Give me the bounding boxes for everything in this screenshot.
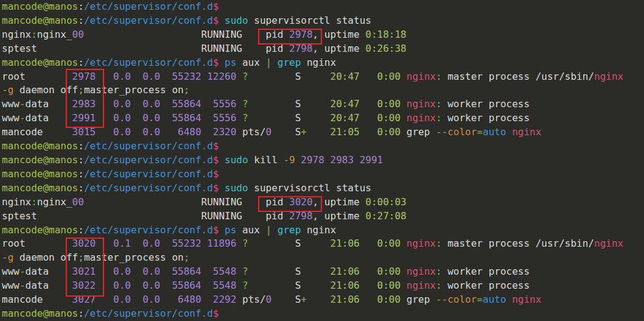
terminal-token: ? [242,280,248,291]
terminal-line: mancode 3027 0.0 0.0 6480 2292 pts/0 S+ … [0,293,644,307]
terminal-token: 2978 2983 2991 [301,154,383,166]
terminal-token: worker process [442,98,530,110]
terminal-token [131,126,142,138]
terminal-token: nginx_ [37,29,72,40]
terminal-token: mancode@manos [2,1,78,12]
terminal-token: 0.0 [113,126,131,138]
terminal-token [160,294,178,305]
terminal-token [236,71,242,82]
terminal-token: 21:06 [331,238,360,249]
terminal-token [131,71,142,82]
terminal-token [131,294,142,305]
terminal-token [201,294,213,305]
terminal-token: 21:05 [331,126,360,138]
terminal-token [43,294,72,305]
terminal-token: = [477,294,483,305]
terminal-token: nginx [301,224,336,236]
terminal-token [360,266,377,277]
terminal-token: , uptime [313,196,366,208]
terminal-token [401,238,407,249]
terminal-token: nginx [407,98,436,110]
terminal-token: grep [278,57,301,68]
terminal-line: mancode@manos:/etc/supervisor/conf.d$ ps… [0,224,644,238]
terminal-token: 0.0 [113,71,131,82]
terminal-token: g [8,252,14,263]
terminal-token: 0:00 [377,294,401,305]
terminal-token: 20:47 [331,71,360,82]
terminal-token: 0:00 [377,126,401,138]
terminal-token [131,98,142,110]
terminal-token [96,294,113,305]
terminal-token [96,112,113,124]
terminal-token: sudo [225,182,248,194]
terminal-token: - [19,112,26,124]
terminal-token: www [2,266,19,277]
terminal-token: mancode@manos [2,57,78,68]
terminal-token: 3022 [72,280,96,291]
terminal-token [307,294,331,305]
terminal-line: mancode@manos:/etc/supervisor/conf.d$ [0,0,644,14]
terminal-line: mancode 3015 0.0 0.0 6480 2320 pts/0 S+ … [0,125,644,139]
terminal-token: RUNNING [37,210,242,222]
terminal-token: ps [225,57,236,68]
terminal-token: 0:18:18 [365,29,406,40]
terminal-token [219,224,225,236]
terminal-line: mancode@manos:/etc/supervisor/conf.d$ [0,139,644,153]
terminal-token: $ [213,308,219,319]
terminal-token [307,126,331,138]
terminal-token: 5548 [213,266,237,277]
terminal-token [219,57,225,68]
terminal-token: : [436,280,442,291]
terminal-token: = [477,126,483,138]
terminal-token: S [248,238,331,249]
terminal-token: /etc/supervisor/conf.d [84,15,213,26]
terminal-token: : [78,168,84,180]
terminal-token: www [2,98,19,110]
terminal-token: 2320 [213,126,237,138]
terminal-token: sudo [225,15,248,26]
terminal-token: : [78,154,84,166]
terminal-token [49,280,72,291]
terminal-token: 0.0 [113,294,131,305]
terminal-token: - [2,84,8,96]
terminal-line: nginx:nginx_00 RUNNING pid 2978, uptime … [0,28,644,42]
terminal-token: ? [242,266,248,277]
terminal-token: mancode@manos [2,140,78,152]
terminal-token: 5556 [213,98,237,110]
terminal-line: www-data 3021 0.0 0.0 55864 5548 ? S 21:… [0,265,644,279]
terminal-token: grep [401,294,436,305]
terminal-token: 00 [72,196,84,208]
terminal-token [219,15,225,26]
terminal-token: sptest [2,210,37,222]
terminal-token: $ [213,15,219,26]
terminal-token: www [2,112,19,124]
terminal-token: 0:00 [377,266,401,277]
terminal-token: 55864 [172,112,201,124]
terminal-token: : [78,224,84,236]
terminal-token [131,266,142,277]
terminal-token: 2983 [72,98,96,110]
terminal-token: 2798 [289,43,313,54]
terminal-token [360,126,377,138]
terminal-line: mancode@manos:/etc/supervisor/conf.d$ su… [0,182,644,196]
terminal-token: : [436,98,442,110]
terminal-token: RUNNING [84,29,242,40]
terminal-line: root 2978 0.0 0.0 55232 12260 ? S 20:47 … [0,70,644,84]
terminal-token [160,238,172,249]
terminal-token [360,238,377,249]
terminal-token: 21:06 [331,266,360,277]
terminal-token: RUNNING [84,196,242,208]
terminal-token: 2978 [72,71,96,82]
terminal-token: 3021 [72,266,96,277]
terminal-token: 9 [289,154,295,166]
terminal-token: $ [213,1,219,12]
terminal[interactable]: mancode@manos:/etc/supervisor/conf.d$man… [0,0,644,321]
terminal-token: /etc/supervisor/conf.d [84,168,213,180]
terminal-token: data [26,112,49,124]
terminal-token: daemon off [13,252,78,263]
terminal-token [131,112,142,124]
terminal-token [160,112,172,124]
terminal-token [131,238,142,249]
terminal-token: 0 [266,294,272,305]
terminal-token: data [26,280,49,291]
